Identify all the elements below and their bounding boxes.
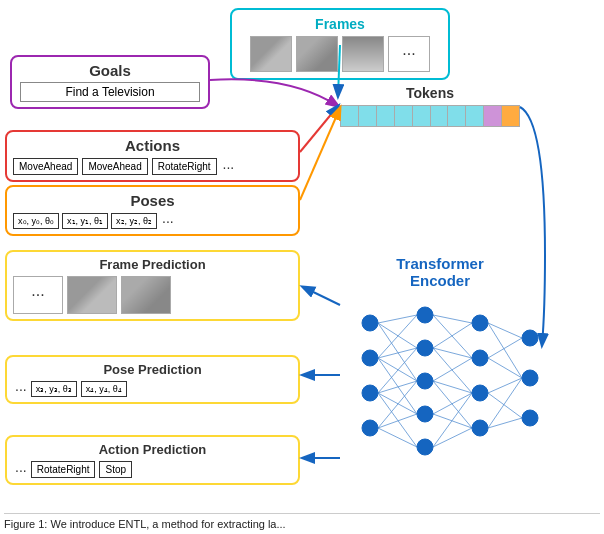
- actions-cells: MoveAhead MoveAhead RotateRight ···: [13, 158, 292, 175]
- action-cell-1: MoveAhead: [13, 158, 78, 175]
- svg-line-49: [488, 418, 522, 428]
- svg-line-20: [378, 348, 417, 358]
- svg-point-6: [417, 373, 433, 389]
- pose-pred-cell-1: x₃, y₃, θ₃: [31, 381, 77, 397]
- goals-value: Find a Television: [20, 82, 200, 102]
- action-cell-2: MoveAhead: [82, 158, 147, 175]
- svg-line-47: [488, 393, 522, 418]
- caption-text: Figure 1: We introduce ENTL, a method fo…: [4, 518, 286, 530]
- frame-thumb-dots: ···: [388, 36, 430, 72]
- svg-line-35: [433, 358, 472, 381]
- svg-line-44: [488, 338, 522, 358]
- frame-pred-dots: ···: [13, 276, 63, 314]
- frame-pred-thumb-1: [67, 276, 117, 314]
- svg-line-24: [378, 381, 417, 393]
- actions-dots: ···: [223, 159, 235, 175]
- action-prediction-box: Action Prediction ··· RotateRight Stop: [5, 435, 300, 485]
- poses-label: Poses: [13, 192, 292, 209]
- pose-pred-cells: ··· x₃, y₃, θ₃ x₄, y₄, θ₄: [13, 381, 292, 397]
- frame-thumb-1: [250, 36, 292, 72]
- svg-point-7: [417, 406, 433, 422]
- svg-point-13: [522, 330, 538, 346]
- token-1: [341, 106, 359, 126]
- pose-cell-2: x₁, y₁, θ₁: [62, 213, 108, 229]
- action-pred-cell-1: RotateRight: [31, 461, 96, 478]
- token-6: [431, 106, 449, 126]
- svg-point-5: [417, 340, 433, 356]
- token-5: [413, 106, 431, 126]
- svg-line-26: [378, 393, 417, 447]
- svg-point-2: [362, 385, 378, 401]
- pose-pred-cell-2: x₄, y₄, θ₄: [81, 381, 127, 397]
- frame-pred-thumb-2: [121, 276, 171, 314]
- svg-point-0: [362, 315, 378, 331]
- svg-line-29: [378, 428, 417, 447]
- poses-dots: ···: [162, 213, 174, 229]
- frames-images: ···: [238, 36, 442, 72]
- diagram-area: Frames ··· Tokens Goals Find a Televisio…: [0, 0, 604, 510]
- svg-point-1: [362, 350, 378, 366]
- token-3: [377, 106, 395, 126]
- frame-pred-label: Frame Prediction: [13, 257, 292, 272]
- svg-point-15: [522, 410, 538, 426]
- pose-cell-3: x₂, y₂, θ₂: [111, 213, 157, 229]
- frame-thumb-2: [296, 36, 338, 72]
- goals-label: Goals: [20, 62, 200, 79]
- token-2: [359, 106, 377, 126]
- svg-point-10: [472, 350, 488, 366]
- svg-point-3: [362, 420, 378, 436]
- svg-line-38: [433, 393, 472, 414]
- transformer-network-svg: [340, 293, 540, 468]
- svg-line-36: [433, 381, 472, 393]
- svg-line-40: [433, 428, 472, 447]
- svg-line-25: [378, 393, 417, 414]
- poses-box: Poses x₀, y₀, θ₀ x₁, y₁, θ₁ x₂, y₂, θ₂ ·…: [5, 185, 300, 236]
- tokens-box: Tokens: [340, 85, 520, 127]
- frame-thumb-3: [342, 36, 384, 72]
- svg-point-11: [472, 385, 488, 401]
- action-pred-cells-row: ··· RotateRight Stop: [13, 461, 292, 478]
- poses-cells: x₀, y₀, θ₀ x₁, y₁, θ₁ x₂, y₂, θ₂ ···: [13, 213, 292, 229]
- token-9: [484, 106, 502, 126]
- token-10: [502, 106, 519, 126]
- svg-point-8: [417, 439, 433, 455]
- tokens-strip: [340, 105, 520, 127]
- frames-box: Frames ···: [230, 8, 450, 80]
- svg-point-14: [522, 370, 538, 386]
- token-4: [395, 106, 413, 126]
- actions-label: Actions: [13, 137, 292, 154]
- svg-line-32: [433, 323, 472, 348]
- token-7: [448, 106, 466, 126]
- transformer-label-1: TransformerEncoder: [340, 255, 540, 289]
- token-8: [466, 106, 484, 126]
- svg-point-12: [472, 420, 488, 436]
- svg-line-43: [488, 323, 522, 378]
- svg-line-51: [300, 106, 338, 152]
- pose-pred-dots: ···: [15, 381, 27, 397]
- svg-line-17: [378, 323, 417, 348]
- svg-point-9: [472, 315, 488, 331]
- pose-prediction-box: Pose Prediction ··· x₃, y₃, θ₃ x₄, y₄, θ…: [5, 355, 300, 404]
- actions-box: Actions MoveAhead MoveAhead RotateRight …: [5, 130, 300, 182]
- pred-frames-row: ···: [13, 276, 292, 314]
- transformer-box: TransformerEncoder: [340, 255, 540, 450]
- goals-box: Goals Find a Television: [10, 55, 210, 109]
- svg-line-33: [433, 348, 472, 358]
- action-pred-label: Action Prediction: [13, 442, 292, 457]
- action-pred-cell-2: Stop: [99, 461, 132, 478]
- frames-label: Frames: [238, 16, 442, 32]
- svg-line-41: [433, 393, 472, 447]
- svg-line-34: [433, 348, 472, 393]
- svg-line-21: [378, 358, 417, 381]
- pose-cell-1: x₀, y₀, θ₀: [13, 213, 59, 229]
- action-pred-dots: ···: [15, 462, 27, 478]
- svg-line-53: [303, 287, 340, 305]
- action-cell-3: RotateRight: [152, 158, 217, 175]
- svg-line-52: [300, 108, 340, 200]
- caption: Figure 1: We introduce ENTL, a method fo…: [4, 513, 600, 530]
- svg-point-4: [417, 307, 433, 323]
- tokens-label: Tokens: [340, 85, 520, 101]
- pose-pred-label: Pose Prediction: [13, 362, 292, 377]
- svg-line-45: [488, 358, 522, 378]
- frame-prediction-box: Frame Prediction ···: [5, 250, 300, 321]
